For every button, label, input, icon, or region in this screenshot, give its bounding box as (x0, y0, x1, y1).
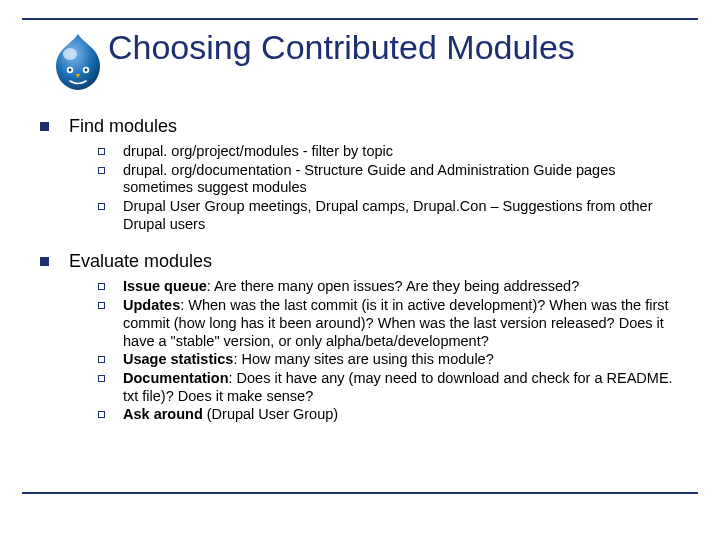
list-item: Updates: When was the last commit (is it… (98, 297, 682, 350)
list-item: Documentation: Does it have any (may nee… (98, 370, 682, 405)
slide-content: Find modules drupal. org/project/modules… (30, 116, 692, 442)
svg-point-0 (63, 48, 77, 60)
list-item-text: drupal. org/documentation - Structure Gu… (123, 162, 682, 197)
bullet-hollow-icon (98, 167, 105, 174)
bottom-divider (22, 492, 698, 494)
list-item-text: Usage statistics: How many sites are usi… (123, 351, 494, 369)
bullet-hollow-icon (98, 302, 105, 309)
list-item: drupal. org/documentation - Structure Gu… (98, 162, 682, 197)
bullet-hollow-icon (98, 356, 105, 363)
svg-point-3 (69, 69, 72, 72)
section-evaluate-modules: Evaluate modules Issue queue: Are there … (30, 251, 692, 424)
list-item-text: Issue queue: Are there many open issues?… (123, 278, 579, 296)
list-item: Issue queue: Are there many open issues?… (98, 278, 682, 296)
list-item-text: Drupal User Group meetings, Drupal camps… (123, 198, 682, 233)
slide-title: Choosing Contributed Modules (108, 28, 575, 67)
list-item: Usage statistics: How many sites are usi… (98, 351, 682, 369)
list-item-text: Ask around (Drupal User Group) (123, 406, 338, 424)
bullet-hollow-icon (98, 203, 105, 210)
bullet-hollow-icon (98, 411, 105, 418)
list-item-text: Documentation: Does it have any (may nee… (123, 370, 682, 405)
bullet-hollow-icon (98, 148, 105, 155)
list-item-text: Updates: When was the last commit (is it… (123, 297, 682, 350)
bullet-square-icon (40, 122, 49, 131)
bullet-hollow-icon (98, 375, 105, 382)
list-item: Drupal User Group meetings, Drupal camps… (98, 198, 682, 233)
drupal-logo-icon (50, 30, 106, 92)
bullet-square-icon (40, 257, 49, 266)
list-item: drupal. org/project/modules - filter by … (98, 143, 682, 161)
list-item-text: drupal. org/project/modules - filter by … (123, 143, 393, 161)
bullet-hollow-icon (98, 283, 105, 290)
svg-point-4 (85, 69, 88, 72)
top-divider (22, 18, 698, 20)
section-heading: Evaluate modules (69, 251, 212, 272)
section-heading: Find modules (69, 116, 177, 137)
section-find-modules: Find modules drupal. org/project/modules… (30, 116, 692, 233)
list-item: Ask around (Drupal User Group) (98, 406, 682, 424)
